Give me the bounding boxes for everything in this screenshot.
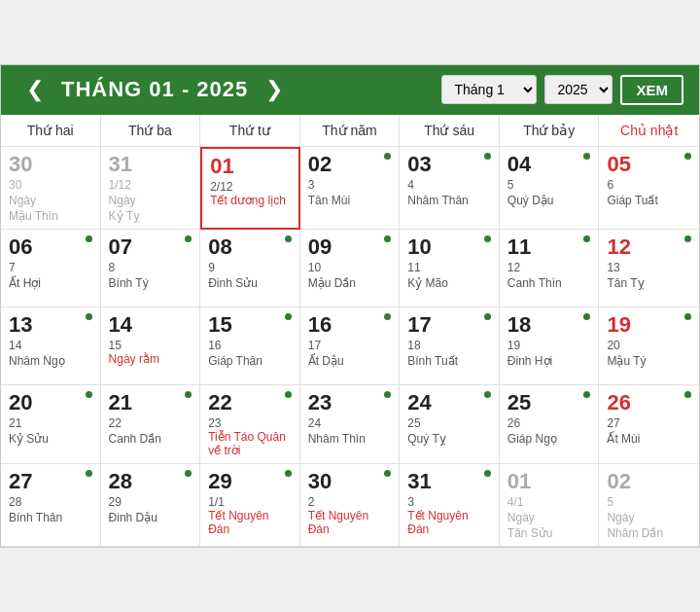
- calendar-cell[interactable]: 1718Bính Tuất: [400, 307, 500, 385]
- event-dot: [684, 235, 691, 242]
- lunar-date: 29: [109, 495, 192, 509]
- lunar-date: 27: [607, 416, 691, 430]
- solar-date: 03: [407, 153, 491, 176]
- lunar-note: Tết Nguyên: [208, 509, 292, 522]
- calendar-cell[interactable]: 034Nhâm Thân: [400, 147, 500, 230]
- calendar-cell[interactable]: 2021Kỷ Sửu: [1, 385, 101, 464]
- solar-date: 31: [407, 470, 491, 493]
- calendar-cell[interactable]: 2223Tiễn Táo Quânvề trời: [200, 385, 300, 464]
- lunar-note: Ất Hợi: [9, 276, 92, 290]
- calendar-cell[interactable]: 089Đinh Sửu: [200, 230, 300, 307]
- calendar-cell[interactable]: 2324Nhâm Thìn: [300, 385, 401, 464]
- calendar-cell[interactable]: 313Tết NguyênĐán: [400, 464, 500, 547]
- lunar-date: 23: [208, 416, 292, 430]
- solar-date: 01: [210, 155, 291, 178]
- calendar-cell[interactable]: 2627Ất Mùi: [599, 385, 699, 464]
- calendar-cell[interactable]: 012/12Tết dương lịch: [200, 147, 300, 230]
- solar-date: 31: [109, 153, 192, 176]
- event-dot: [86, 470, 92, 477]
- calendar-cell[interactable]: 1920Mậu Tý: [599, 307, 699, 385]
- calendar-cell[interactable]: 2829Đinh Dậu: [101, 464, 201, 547]
- xem-button[interactable]: XEM: [620, 75, 683, 105]
- prev-month-button[interactable]: ❮: [17, 75, 53, 104]
- calendar-cell[interactable]: 311/12NgàyKỷ Tỵ: [101, 147, 201, 230]
- calendar-cell[interactable]: 1112Canh Thìn: [500, 230, 600, 307]
- lunar-date: 22: [109, 416, 192, 430]
- lunar-note: Giáp Tuất: [607, 194, 691, 207]
- event-dot: [684, 153, 691, 160]
- lunar-note: Giáp Ngọ: [508, 432, 591, 446]
- lunar-note: Đinh Dậu: [109, 511, 192, 524]
- calendar-cell[interactable]: 1314Nhâm Ngọ: [1, 307, 101, 385]
- lunar-date: 14: [9, 339, 92, 352]
- next-month-button[interactable]: ❯: [256, 75, 293, 104]
- solar-date: 12: [607, 235, 691, 259]
- calendar-cell[interactable]: 291/1Tết NguyênĐán: [200, 464, 300, 547]
- event-dot: [86, 391, 92, 398]
- solar-date: 05: [607, 153, 691, 176]
- solar-date: 02: [308, 153, 392, 176]
- calendar-cell[interactable]: 1011Kỷ Mão: [400, 230, 500, 307]
- lunar-note: Ngày: [109, 194, 192, 207]
- lunar-date: 9: [208, 261, 292, 274]
- calendar-cell[interactable]: 1516Giáp Thân: [200, 307, 300, 385]
- calendar-cell[interactable]: 025NgàyNhâm Dần: [599, 464, 699, 547]
- weekday-fri: Thứ sáu: [400, 115, 500, 146]
- weekday-thu: Thứ năm: [300, 115, 401, 146]
- solar-date: 17: [407, 313, 491, 337]
- lunar-date: 12: [508, 261, 591, 274]
- calendar-cell[interactable]: 2122Canh Dần: [101, 385, 201, 464]
- calendar-cell[interactable]: 045Quý Dậu: [500, 147, 600, 230]
- month-select[interactable]: Tháng 1Tháng 2Tháng 3Tháng 4Tháng 5Tháng…: [441, 75, 537, 104]
- calendar-cell[interactable]: 1415Ngày rằm: [101, 307, 201, 385]
- weekday-sat: Thứ bảy: [500, 115, 600, 146]
- lunar-note2: Kỷ Tỵ: [109, 209, 192, 223]
- calendar-cell[interactable]: 056Giáp Tuất: [599, 147, 699, 230]
- event-dot: [583, 391, 590, 398]
- lunar-date: 7: [9, 261, 92, 274]
- lunar-date: 2: [308, 495, 392, 509]
- lunar-note: Ất Mùi: [607, 432, 691, 446]
- calendar-cell[interactable]: 1819Đinh Hợi: [500, 307, 600, 385]
- solar-date: 16: [308, 313, 392, 337]
- lunar-note: Tiễn Táo Quân: [208, 430, 292, 444]
- solar-date: 23: [308, 391, 392, 414]
- solar-date: 28: [109, 470, 192, 493]
- calendar-cell[interactable]: 078Bính Tý: [101, 230, 201, 307]
- calendar-cell[interactable]: 2526Giáp Ngọ: [500, 385, 600, 464]
- calendar-cell[interactable]: 302Tết NguyênĐán: [300, 464, 401, 547]
- weekday-sun: Chủ nhật: [599, 115, 699, 146]
- calendar-cell[interactable]: 1617Ất Dậu: [300, 307, 401, 385]
- lunar-note: Ngày: [508, 511, 591, 524]
- solar-date: 14: [109, 313, 192, 337]
- event-dot: [384, 153, 391, 160]
- calendar-cell[interactable]: 2425Quý Tỵ: [400, 385, 500, 464]
- solar-date: 30: [308, 470, 392, 493]
- lunar-date: 21: [9, 416, 92, 430]
- lunar-note: Đinh Hợi: [508, 354, 591, 368]
- lunar-note: Tết Nguyên: [407, 509, 491, 522]
- solar-date: 24: [407, 391, 491, 414]
- header-controls: Tháng 1Tháng 2Tháng 3Tháng 4Tháng 5Tháng…: [441, 75, 683, 105]
- lunar-note: Tân Mùi: [308, 194, 392, 207]
- lunar-date: 3: [407, 495, 491, 509]
- event-dot: [285, 235, 292, 242]
- calendar-cell[interactable]: 067Ất Hợi: [1, 230, 101, 307]
- lunar-note: Tân Tỵ: [607, 276, 691, 290]
- calendar-cell[interactable]: 2728Bính Thân: [1, 464, 101, 547]
- lunar-note2: Mậu Thìn: [9, 209, 92, 223]
- solar-date: 02: [607, 470, 691, 493]
- lunar-note: Tết dương lịch: [210, 194, 291, 207]
- calendar-cell[interactable]: 3030NgàyMậu Thìn: [1, 147, 101, 230]
- calendar-cell[interactable]: 023Tân Mùi: [300, 147, 401, 230]
- calendar-cell[interactable]: 014/1NgàyTân Sửu: [500, 464, 600, 547]
- calendar-cell[interactable]: 0910Mậu Dần: [300, 230, 401, 307]
- calendar-cell[interactable]: 1213Tân Tỵ: [599, 230, 699, 307]
- lunar-date: 3: [308, 178, 392, 192]
- event-dot: [484, 470, 491, 477]
- solar-date: 08: [208, 235, 292, 259]
- event-dot: [684, 313, 691, 320]
- lunar-note: Canh Thìn: [508, 276, 591, 290]
- year-select[interactable]: 20232024202520262027: [544, 75, 612, 104]
- lunar-note: Ngày: [9, 194, 92, 207]
